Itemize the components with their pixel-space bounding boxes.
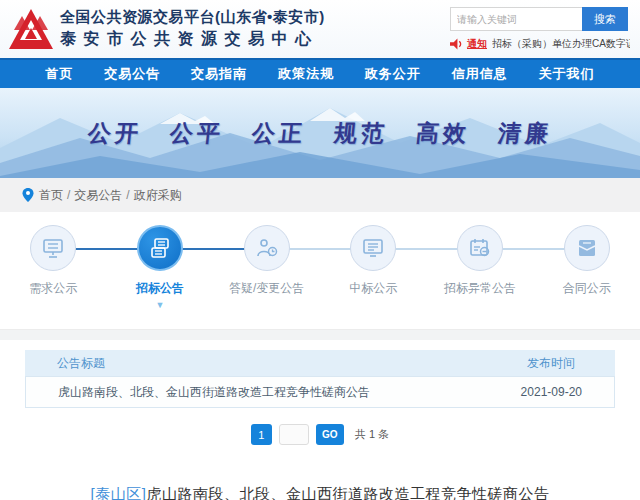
- breadcrumb: 首页 / 交易公告 / 政府采购: [0, 178, 640, 212]
- search-input[interactable]: [450, 7, 582, 31]
- speaker-icon: [450, 38, 463, 50]
- documents-icon: [148, 236, 172, 260]
- nav-item-trade-announcements[interactable]: 交易公告: [104, 65, 160, 83]
- search-button[interactable]: 搜索: [582, 7, 628, 31]
- nav-item-about-us[interactable]: 关于我们: [538, 65, 594, 83]
- column-header-date: 发布时间: [527, 355, 615, 372]
- site-header: 全国公共资源交易平台(山东省•泰安市) 泰安市公共资源交易中心 搜索 通知 招标…: [0, 0, 640, 58]
- site-logo-icon: [8, 8, 54, 50]
- step-demand-publicity[interactable]: 需求公示: [0, 225, 107, 309]
- announcement-title-link[interactable]: 虎山路南段、北段、金山西街道路改造工程竞争性磋商公告: [26, 384, 521, 401]
- person-clock-icon: [255, 236, 279, 260]
- announcement-date: 2021-09-20: [521, 385, 614, 399]
- nav-item-home[interactable]: 首页: [45, 65, 73, 83]
- step-contract-publicity[interactable]: 合同公示: [533, 225, 640, 309]
- nav-item-gov-disclosure[interactable]: 政务公开: [365, 65, 421, 83]
- pagination: 1 GO 共 1 条: [25, 424, 615, 445]
- main-nav: 首页 交易公告 交易指南 政策法规 政务公开 信用信息 关于我们: [0, 58, 640, 88]
- calendar-minus-icon: [468, 236, 492, 260]
- detail-title-text: 虎山路南段、北段、金山西街道路改造工程竞争性磋商公告: [146, 485, 549, 500]
- nav-item-policies[interactable]: 政策法规: [278, 65, 334, 83]
- nav-item-credit-info[interactable]: 信用信息: [452, 65, 508, 83]
- breadcrumb-separator: /: [126, 188, 129, 202]
- monitor-list-icon: [361, 236, 385, 260]
- board-icon: [41, 236, 65, 260]
- center-title: 泰安市公共资源交易中心: [60, 29, 325, 50]
- breadcrumb-trade-announcements[interactable]: 交易公告: [74, 187, 122, 204]
- step-tender-announcement[interactable]: 招标公告 ▼: [107, 225, 214, 309]
- location-pin-icon: [22, 188, 34, 202]
- page-jump-input[interactable]: [279, 424, 309, 445]
- breadcrumb-gov-procurement[interactable]: 政府采购: [134, 187, 182, 204]
- process-steps-card: 需求公示 招标公告 ▼: [0, 212, 640, 330]
- table-row[interactable]: 虎山路南段、北段、金山西街道路改造工程竞争性磋商公告 2021-09-20: [25, 376, 615, 408]
- page-go-button[interactable]: GO: [316, 424, 344, 445]
- section-divider: [0, 330, 640, 340]
- column-header-title: 公告标题: [25, 355, 527, 372]
- active-step-pointer: ▼: [156, 301, 165, 309]
- step-tender-abnormal[interactable]: 招标异常公告: [427, 225, 534, 309]
- banner-slogan: 公开 公平 公正 规范 高效 清廉: [0, 118, 640, 149]
- hero-banner: 公开 公平 公正 规范 高效 清廉: [0, 88, 640, 178]
- total-count-label: 共 1 条: [355, 427, 389, 442]
- page-1-button[interactable]: 1: [251, 424, 272, 445]
- step-clarification-change[interactable]: 答疑/变更公告: [213, 225, 320, 309]
- breadcrumb-home[interactable]: 首页: [39, 187, 63, 204]
- nav-item-trade-guide[interactable]: 交易指南: [191, 65, 247, 83]
- detail-page-title: [泰山区]虎山路南段、北段、金山西街道路改造工程竞争性磋商公告: [25, 485, 615, 500]
- notice-bar: 通知 招标（采购）单位办理CA数字证书的通知: [450, 37, 630, 51]
- step-winning-bid-publicity[interactable]: 中标公示: [320, 225, 427, 309]
- announcement-table: 公告标题 发布时间 虎山路南段、北段、金山西街道路改造工程竞争性磋商公告 202…: [0, 340, 640, 500]
- site-titles: 全国公共资源交易平台(山东省•泰安市) 泰安市公共资源交易中心: [60, 8, 325, 50]
- notice-tag[interactable]: 通知: [467, 37, 487, 51]
- detail-region-tag: [泰山区]: [91, 485, 147, 500]
- platform-title: 全国公共资源交易平台(山东省•泰安市): [60, 8, 325, 27]
- table-header-row: 公告标题 发布时间: [25, 350, 615, 376]
- notice-text[interactable]: 招标（采购）单位办理CA数字证书的通知: [492, 37, 630, 51]
- contract-icon: [575, 236, 599, 260]
- breadcrumb-separator: /: [67, 188, 70, 202]
